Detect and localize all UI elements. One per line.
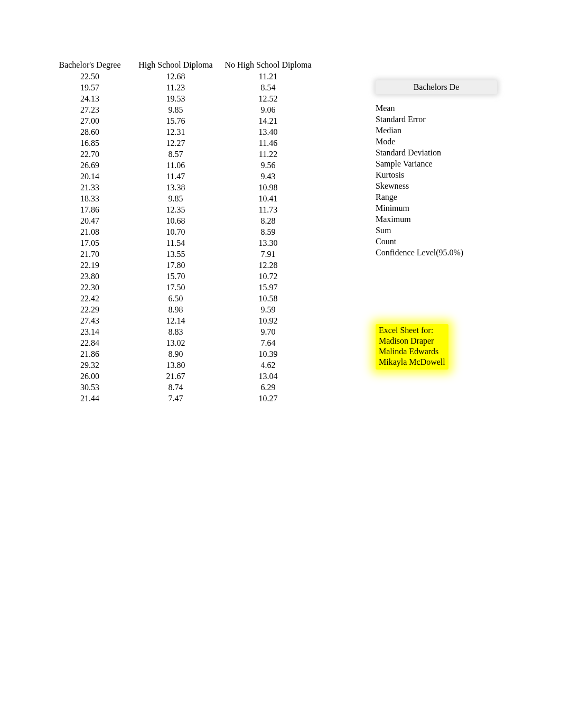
table-cell: 27.43 [48,315,132,326]
table-cell: 13.40 [219,126,317,137]
note-line: Malinda Edwards [379,346,445,357]
table-row: 22.5012.6811.21 [48,71,317,82]
statistics-label: Confidence Level(95.0%) [376,247,497,258]
table-cell: 10.92 [219,315,317,326]
table-cell: 13.80 [132,360,219,371]
table-cell: 8.74 [132,382,219,393]
table-cell: 26.69 [48,160,132,171]
table-row: 27.4312.1410.92 [48,315,317,326]
table-cell: 6.50 [132,293,219,304]
statistics-label-list: MeanStandard ErrorMedianModeStandard Dev… [376,103,497,258]
table-cell: 15.97 [219,282,317,293]
table-row: 17.8612.3511.73 [48,204,317,215]
table-row: 22.3017.5015.97 [48,282,317,293]
statistics-label: Standard Error [376,114,497,125]
statistics-label: Kurtosis [376,169,497,180]
table-cell: 12.28 [219,260,317,271]
table-row: 22.298.989.59 [48,304,317,315]
table-cell: 12.68 [132,71,219,82]
table-cell: 11.22 [219,149,317,160]
table-row: 22.426.5010.58 [48,293,317,304]
table-row: 16.8512.2711.46 [48,137,317,149]
statistics-label: Sum [376,225,497,236]
statistics-label: Count [376,236,497,247]
note-line: Mikayla McDowell [379,357,445,367]
statistics-label: Minimum [376,202,497,214]
table-cell: 9.06 [219,104,317,115]
table-row: 21.0810.708.59 [48,226,317,237]
statistics-label: Median [376,125,497,136]
table-cell: 7.91 [219,248,317,260]
table-row: 18.339.8510.41 [48,193,317,204]
table-cell: 17.86 [48,204,132,215]
table-cell: 23.14 [48,326,132,337]
table-cell: 9.70 [219,326,317,337]
table-row: 19.5711.238.54 [48,82,317,93]
table-cell: 21.86 [48,348,132,360]
statistics-label: Mode [376,136,497,147]
table-cell: 21.08 [48,226,132,237]
table-row: 21.3313.3810.98 [48,182,317,193]
table-cell: 10.39 [219,348,317,360]
table-cell: 11.21 [219,71,317,82]
table-cell: 7.47 [132,393,219,404]
table-cell: 11.46 [219,137,317,149]
table-cell: 8.57 [132,149,219,160]
table-cell: 10.41 [219,193,317,204]
table-cell: 22.30 [48,282,132,293]
table-cell: 10.70 [132,226,219,237]
table-cell: 11.47 [132,171,219,182]
table-cell: 21.70 [48,248,132,260]
table-row: 23.148.839.70 [48,326,317,337]
table-cell: 19.57 [48,82,132,93]
table-row: 17.0511.5413.30 [48,237,317,248]
statistics-label: Range [376,191,497,202]
table-header-row: Bachelor's Degree High School Diploma No… [48,59,317,71]
table-body: 22.5012.6811.2119.5711.238.5424.1319.531… [48,71,317,404]
table-cell: 13.30 [219,237,317,248]
table-row: 21.868.9010.39 [48,348,317,360]
table-cell: 26.00 [48,371,132,382]
table-cell: 21.44 [48,393,132,404]
table-row: 20.1411.479.43 [48,171,317,182]
table-cell: 16.85 [48,137,132,149]
column-header: Bachelor's Degree [48,59,132,71]
table-cell: 9.85 [132,193,219,204]
table-row: 23.8015.7010.72 [48,271,317,282]
table-row: 24.1319.5312.52 [48,93,317,104]
table-cell: 13.38 [132,182,219,193]
table-row: 27.0015.7614.21 [48,115,317,126]
table-cell: 12.27 [132,137,219,149]
table-cell: 22.70 [48,149,132,160]
table-cell: 10.98 [219,182,317,193]
table-row: 30.538.746.29 [48,382,317,393]
table-row: 21.447.4710.27 [48,393,317,404]
table-cell: 23.80 [48,271,132,282]
table-cell: 9.43 [219,171,317,182]
table-cell: 13.04 [219,371,317,382]
table-cell: 22.29 [48,304,132,315]
table-cell: 18.33 [48,193,132,204]
table-cell: 22.19 [48,260,132,271]
table-cell: 9.85 [132,104,219,115]
table-cell: 6.29 [219,382,317,393]
table-cell: 11.54 [132,237,219,248]
table-cell: 29.32 [48,360,132,371]
note-line: Madison Draper [379,336,445,346]
table-cell: 27.23 [48,104,132,115]
table-cell: 19.53 [132,93,219,104]
table-cell: 10.68 [132,215,219,226]
table-row: 28.6012.3113.40 [48,126,317,137]
table-cell: 12.14 [132,315,219,326]
table-cell: 20.14 [48,171,132,182]
table-cell: 22.84 [48,337,132,348]
table-cell: 8.90 [132,348,219,360]
statistics-header: Bachelors De [376,80,497,94]
table-cell: 8.28 [219,215,317,226]
table-row: 21.7013.557.91 [48,248,317,260]
statistics-label: Sample Variance [376,158,497,169]
statistics-label: Mean [376,103,497,114]
table-cell: 15.76 [132,115,219,126]
table-row: 29.3213.804.62 [48,360,317,371]
table-cell: 21.33 [48,182,132,193]
